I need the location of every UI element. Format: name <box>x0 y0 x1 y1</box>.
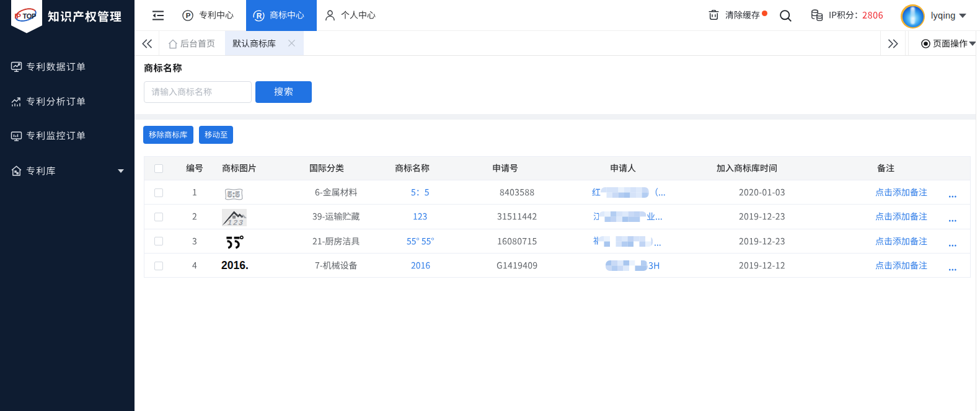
svg-text:P: P <box>186 12 191 19</box>
svg-text:TOP: TOP <box>23 12 37 20</box>
svg-text:123: 123 <box>227 218 245 226</box>
svg-text:R: R <box>257 11 262 20</box>
svg-text:5:5: 5:5 <box>227 190 240 199</box>
svg-text:IP: IP <box>15 12 21 20</box>
